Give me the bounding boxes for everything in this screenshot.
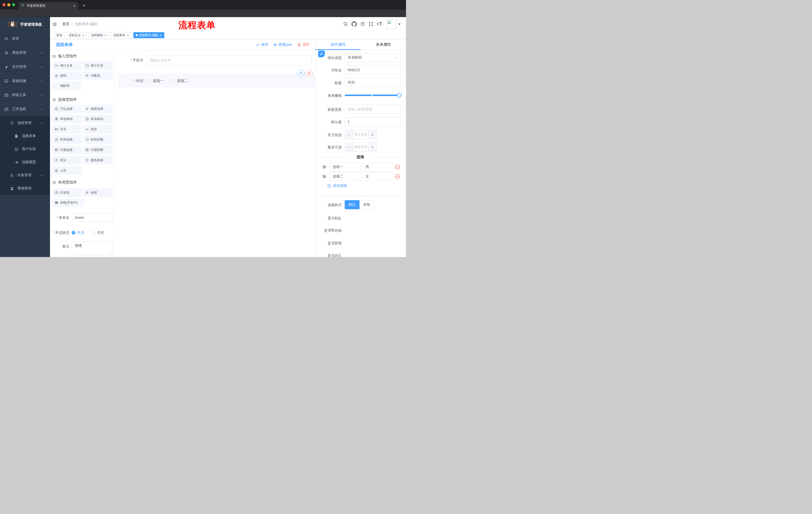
tag-close-icon[interactable] (159, 34, 162, 37)
new-tab-icon[interactable] (82, 4, 86, 7)
palette-item-single-text[interactable]: 单行文本 (52, 61, 82, 70)
grid-slider-track[interactable] (345, 94, 402, 96)
sidebar-item-infra[interactable]: 基础设施 (0, 74, 50, 88)
resize-handle-icon[interactable] (110, 252, 112, 254)
save-button[interactable]: 保存 (256, 42, 268, 47)
tag-process-definition[interactable]: 流程定义 (66, 32, 87, 38)
github-icon[interactable] (351, 21, 357, 27)
style-default-button[interactable]: 默认 (345, 200, 359, 209)
tag-home[interactable]: 首页 (54, 32, 64, 38)
remove-option-icon[interactable] (395, 174, 400, 179)
palette-item-cascader[interactable]: 级联选择 (83, 105, 113, 113)
sidebar-item-devtools[interactable]: 研发工具 (0, 88, 50, 102)
option1-value-input[interactable] (362, 163, 394, 171)
tab-close-icon[interactable] (73, 4, 76, 7)
palette-item-editor[interactable]: 编辑器 (52, 81, 82, 90)
window-minimize-button[interactable] (7, 3, 10, 6)
status-off-radio[interactable] (91, 231, 95, 235)
sidebar-item-workflow[interactable]: 工作流程 (0, 102, 50, 116)
palette-item-multi-text[interactable]: 多行文本 (83, 61, 113, 70)
add-option-button[interactable]: 添加选项 (327, 184, 347, 188)
palette-item-row-container[interactable]: 行容器 (52, 188, 82, 197)
sidebar-item-home[interactable]: 首页 (0, 32, 50, 46)
copy-component-button[interactable] (298, 70, 304, 77)
status-on-radio[interactable] (71, 231, 76, 235)
grid-slider-handle[interactable] (397, 93, 402, 98)
palette-item-color[interactable]: 颜色选择 (83, 156, 113, 164)
drag-handle-icon[interactable] (322, 165, 327, 169)
status-off-label[interactable]: 关闭 (97, 231, 104, 235)
option1-label-input[interactable] (330, 163, 361, 171)
sidebar-item-task-mgmt[interactable]: 任务管理 (0, 169, 50, 182)
breadcrumb-home[interactable]: 首页 (62, 22, 69, 26)
sidebar-item-process-mgmt[interactable]: 流程管理 (0, 116, 50, 130)
sidebar-item-user-group[interactable]: 用户分组 (0, 142, 50, 156)
default-value-input[interactable] (345, 117, 401, 126)
gender-option1-label[interactable]: 选项一 (153, 78, 164, 83)
tag-close-icon[interactable] (127, 34, 129, 37)
label-width-input[interactable] (345, 105, 401, 114)
window-zoom-button[interactable] (12, 3, 15, 6)
option2-label-input[interactable] (330, 172, 361, 181)
palette-item-checkbox-group[interactable]: 多选框组 (83, 115, 113, 123)
title-input[interactable] (345, 78, 401, 87)
tag-process-form[interactable]: 流程表单 (111, 32, 132, 38)
sidebar-item-leave-query[interactable]: 请假查询 (0, 182, 50, 195)
gender-option2-checkbox[interactable] (172, 79, 175, 82)
stepper-minus-button[interactable]: − (345, 142, 353, 151)
sidebar-collapse-icon[interactable] (52, 22, 57, 27)
style-button-button[interactable]: 按钮 (359, 200, 374, 209)
tag-process-model[interactable]: 流程模型 (89, 32, 109, 38)
palette-item-slider[interactable]: 滑块 (83, 125, 113, 134)
tab-form-props[interactable]: 表单属性 (361, 39, 406, 50)
sidebar-item-payment[interactable]: ¥ 支付管理 (0, 60, 50, 74)
component-type-select[interactable]: 多选框组 (345, 53, 401, 62)
palette-item-counter[interactable]: 123计数器 (83, 72, 113, 80)
avatar-caret-icon[interactable] (398, 23, 401, 25)
sidebar-logo[interactable]: 芋道管理系统 (0, 17, 50, 32)
drag-handle-icon[interactable] (322, 174, 327, 179)
fullscreen-icon[interactable] (369, 22, 373, 26)
font-size-icon[interactable] (377, 22, 382, 26)
palette-item-upload[interactable]: 上传 (52, 166, 82, 175)
palette-item-switch[interactable]: 开关 (52, 125, 82, 134)
palette-item-radio-group[interactable]: 单选框组 (52, 115, 82, 123)
phone-field-input[interactable] (147, 56, 312, 65)
min-select-placeholder[interactable]: 至少应选 (353, 130, 369, 139)
sidebar-item-process-form[interactable]: 流程表单 (0, 130, 50, 142)
sidebar-item-system[interactable]: 系统管理 (0, 46, 50, 60)
stepper-minus-button[interactable]: − (345, 130, 353, 139)
avatar[interactable] (386, 19, 397, 29)
tag-close-icon[interactable] (104, 34, 107, 37)
form-name-input[interactable] (72, 213, 113, 222)
palette-item-select[interactable]: 下拉选择 (52, 105, 82, 113)
max-select-placeholder[interactable]: 最多可选 (353, 142, 369, 151)
palette-item-time-range[interactable]: 时间范围 (83, 135, 113, 144)
gender-option2-label[interactable]: 选项二 (177, 78, 188, 83)
palette-item-rate[interactable]: 评分 (52, 156, 82, 164)
field-name-input[interactable] (345, 65, 401, 75)
palette-item-date[interactable]: 日期选择 (52, 145, 82, 154)
tag-close-icon[interactable] (82, 34, 85, 37)
stepper-plus-button[interactable]: + (369, 130, 377, 139)
remark-textarea[interactable]: 嘿嘿 (72, 242, 113, 255)
tag-process-form-edit[interactable]: 流程表单-编辑 (134, 32, 164, 38)
browser-tab[interactable]: 芋道管理系统 (19, 2, 78, 9)
delete-component-button[interactable] (306, 70, 313, 77)
palette-item-date-range[interactable]: 日期范围 (83, 145, 113, 154)
status-on-label[interactable]: 开启 (77, 231, 84, 235)
help-icon[interactable] (360, 22, 365, 26)
sidebar-item-process-model[interactable]: 流程模型 (0, 156, 50, 169)
window-close-button[interactable] (2, 3, 5, 6)
stepper-plus-button[interactable]: + (369, 142, 377, 151)
search-icon[interactable] (343, 22, 348, 26)
palette-item-time[interactable]: 时间选择 (52, 135, 82, 144)
palette-item-button[interactable]: 按钮 (83, 188, 113, 197)
option2-value-input[interactable] (362, 172, 394, 181)
view-json-button[interactable]: 查看json (273, 42, 292, 47)
remove-option-icon[interactable] (395, 164, 400, 170)
clear-button[interactable]: 清空 (297, 42, 310, 47)
tab-component-props[interactable]: 组件属性 (316, 39, 361, 50)
palette-item-password[interactable]: 密码 (52, 72, 82, 80)
gender-option1-checkbox[interactable] (147, 79, 151, 82)
